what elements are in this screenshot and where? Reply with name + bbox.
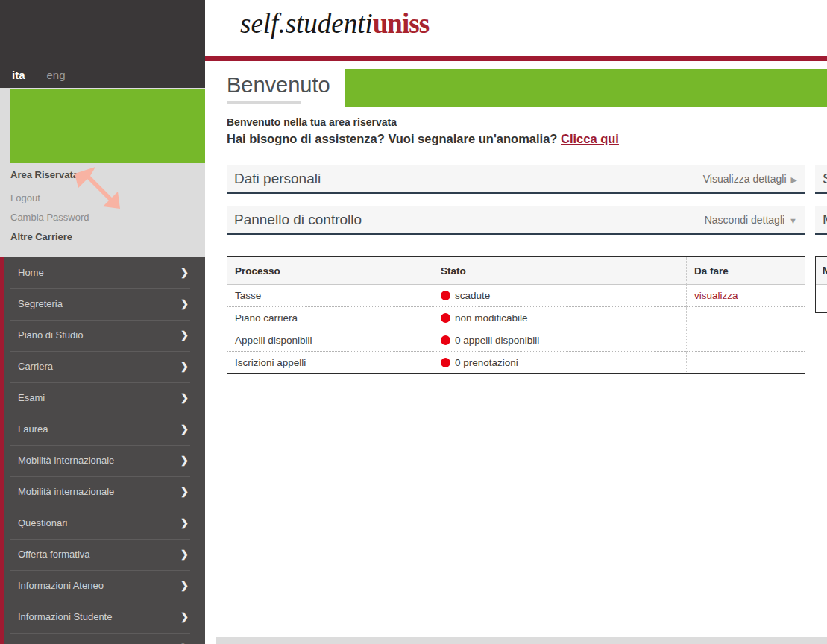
sidebar-header: itaeng	[0, 0, 205, 88]
table-row: Piano carriera non modificabile	[227, 307, 805, 329]
site-logo: self.studentiuniss	[240, 7, 429, 40]
sidebar-item-mobilita-internazionale-1[interactable]: Mobilità internazionale ❯	[4, 445, 205, 476]
sidebar-item-home[interactable]: Home ❯	[4, 257, 205, 288]
menu-label: Esami	[18, 382, 45, 414]
messaggi-table-header: Messaggi	[816, 257, 827, 285]
menu-label: Piano di Studio	[18, 320, 83, 351]
horizontal-scrollbar[interactable]	[216, 637, 827, 644]
panel-title: Messaggi	[823, 212, 827, 228]
chevron-right-icon: ❯	[180, 508, 189, 539]
column-header-da-fare: Da fare	[687, 257, 805, 285]
chevron-right-icon: ❯	[180, 539, 189, 570]
cell-da-fare	[687, 329, 805, 352]
university-logo-placeholder	[10, 89, 205, 163]
sidebar-item-cambia-password[interactable]: Cambia Password	[10, 208, 89, 227]
cell-processo: Appelli disponibili	[227, 329, 433, 352]
sidebar-menu: Home ❯ Segreteria ❯ Piano di Studio ❯ Ca…	[0, 257, 205, 644]
visualizza-dettagli-button[interactable]: Visualizza dettagli▶	[703, 173, 797, 185]
menu-label: Segreteria	[18, 288, 63, 320]
panel-dati-personali: Dati personali Visualizza dettagli▶	[227, 165, 805, 194]
cell-stato: non modificabile	[433, 307, 687, 329]
column-header-processo: Processo	[227, 257, 433, 285]
cell-processo: Iscrizioni appelli	[227, 352, 433, 374]
action-label: Nascondi dettagli	[705, 214, 784, 226]
sidebar-item-esami[interactable]: Esami ❯	[4, 382, 205, 414]
sidebar-item-segreteria[interactable]: Segreteria ❯	[4, 288, 205, 320]
account-links: Area Riservata Logout Cambia Password Al…	[10, 167, 89, 247]
sidebar-item-altre-carriere[interactable]: Altre Carriere	[10, 227, 89, 247]
menu-label: Carriera	[18, 351, 53, 382]
control-panel-table: Processo Stato Da fare Tasse scadute vis…	[227, 256, 805, 374]
menu-label: Laurea	[18, 414, 48, 445]
nascondi-dettagli-button[interactable]: Nascondi dettagli▼	[705, 214, 797, 226]
sidebar-item-offerta-formativa[interactable]: Offerta formativa ❯	[4, 539, 205, 570]
chevron-right-icon: ❯	[180, 288, 189, 320]
menu-label: Mobilità internazionale	[18, 445, 114, 476]
menu-label: Tirocini e stage	[18, 633, 84, 644]
messaggi-table-partial: Messaggi	[815, 256, 827, 313]
panel-pannello-controllo-title: Pannello di controllo	[234, 212, 362, 228]
header-divider-bar	[205, 56, 827, 61]
visualizza-link[interactable]: visualizza	[694, 290, 738, 301]
status-dot-red-icon	[441, 291, 450, 300]
sidebar-item-piano-di-studio[interactable]: Piano di Studio ❯	[4, 320, 205, 351]
sidebar-item-area-riservata[interactable]: Area Riservata	[10, 167, 89, 189]
lang-ita-link[interactable]: ita	[12, 69, 25, 81]
triangle-down-icon: ▼	[789, 216, 797, 225]
sidebar-item-informazioni-studente[interactable]: Informazioni Studente ❯	[4, 602, 205, 633]
cell-da-fare	[687, 352, 805, 374]
column-header-stato: Stato	[433, 257, 687, 285]
chevron-right-icon: ❯	[180, 445, 189, 476]
status-text: 0 appelli disponibili	[455, 335, 539, 346]
chevron-right-icon: ❯	[180, 570, 189, 602]
menu-label: Mobilità internazionale	[18, 476, 114, 508]
assistance-text: Hai bisogno di assistenza? Vuoi segnalar…	[227, 132, 561, 145]
status-dot-red-icon	[441, 335, 450, 345]
chevron-right-icon: ❯	[180, 633, 189, 644]
page-title: Benvenuto	[227, 73, 330, 98]
lang-eng-link[interactable]: eng	[47, 69, 66, 81]
chevron-right-icon: ❯	[180, 414, 189, 445]
menu-label: Questionari	[18, 508, 67, 539]
status-dot-red-icon	[441, 358, 450, 367]
logo-text-black: self.studenti	[240, 8, 373, 39]
assistance-line: Hai bisogno di assistenza? Vuoi segnalar…	[227, 132, 619, 146]
chevron-right-icon: ❯	[180, 257, 189, 288]
chevron-right-icon: ❯	[180, 382, 189, 414]
chevron-right-icon: ❯	[180, 320, 189, 351]
triangle-right-icon: ▶	[791, 175, 797, 184]
chevron-right-icon: ❯	[180, 476, 189, 508]
cell-stato: scadute	[433, 285, 687, 307]
cell-stato: 0 appelli disponibili	[433, 329, 687, 352]
panel-messaggi-partial: Messaggi	[815, 206, 827, 235]
assistance-link[interactable]: Clicca qui	[561, 132, 619, 145]
sidebar-item-mobilita-internazionale-2[interactable]: Mobilità internazionale ❯	[4, 476, 205, 508]
main-content: self.studentiuniss Benvenuto Benvenuto n…	[205, 0, 827, 644]
panel-dati-personali-title: Dati personali	[234, 171, 321, 187]
panel-pannello-controllo: Pannello di controllo Nascondi dettagli▼	[227, 206, 805, 235]
sidebar: itaeng Area Riservata Logout Cambia Pass…	[0, 0, 205, 644]
sidebar-item-tirocini[interactable]: Tirocini e stage ❯	[4, 633, 205, 644]
welcome-message: Benvenuto nella tua area riservata	[227, 116, 397, 128]
table-row: Tasse scadute visualizza	[227, 285, 805, 307]
panel-title: Status Studente	[823, 171, 827, 187]
account-panel: Area Riservata Logout Cambia Password Al…	[0, 88, 205, 257]
sidebar-item-carriera[interactable]: Carriera ❯	[4, 351, 205, 382]
menu-label: Informazioni Studente	[18, 602, 112, 633]
chevron-right-icon: ❯	[180, 351, 189, 382]
app-window: itaeng Area Riservata Logout Cambia Pass…	[0, 0, 827, 644]
cell-processo: Tasse	[227, 285, 433, 307]
sidebar-item-logout[interactable]: Logout	[10, 189, 89, 208]
cell-da-fare: visualizza	[687, 285, 805, 307]
menu-label: Offerta formativa	[18, 539, 90, 570]
status-text: 0 prenotazioni	[455, 357, 518, 368]
menu-label: Home	[18, 257, 44, 288]
cell-stato: 0 prenotazioni	[433, 352, 687, 374]
sidebar-item-informazioni-ateneo[interactable]: Informazioni Ateneo ❯	[4, 570, 205, 602]
table-row: Appelli disponibili 0 appelli disponibil…	[227, 329, 805, 352]
sidebar-item-laurea[interactable]: Laurea ❯	[4, 414, 205, 445]
menu-label: Informazioni Ateneo	[18, 570, 104, 602]
cell-processo: Piano carriera	[227, 307, 433, 329]
status-text: scadute	[455, 290, 490, 301]
sidebar-item-questionari[interactable]: Questionari ❯	[4, 508, 205, 539]
